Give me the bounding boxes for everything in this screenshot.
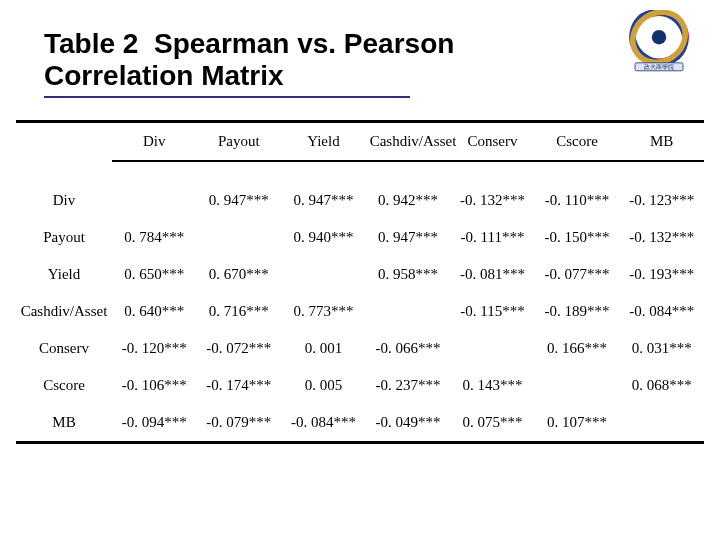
table-title: Table 2 Spearman vs. Pearson Correlation…	[44, 28, 698, 92]
cell	[535, 367, 620, 404]
table-header-row: Div Payout Yield Cashdiv/Asset Conserv C…	[16, 122, 704, 162]
cell: 0. 716***	[197, 293, 282, 330]
cell: -0. 110***	[535, 182, 620, 219]
table-row: Yield 0. 650*** 0. 670*** 0. 958*** -0. …	[16, 256, 704, 293]
cell	[281, 256, 366, 293]
cell: -0. 132***	[450, 182, 535, 219]
cell: 0. 143***	[450, 367, 535, 404]
cell: 0. 068***	[619, 367, 704, 404]
cell: -0. 193***	[619, 256, 704, 293]
logo-emblem: 政大商學院	[616, 10, 702, 74]
cell: 0. 166***	[535, 330, 620, 367]
col-header: Payout	[197, 122, 282, 162]
row-header: MB	[16, 404, 112, 443]
cell: -0. 120***	[112, 330, 197, 367]
cell	[366, 293, 451, 330]
cell: -0. 077***	[535, 256, 620, 293]
cell: -0. 150***	[535, 219, 620, 256]
title-underline	[44, 96, 410, 98]
correlation-table: Div Payout Yield Cashdiv/Asset Conserv C…	[16, 120, 704, 444]
cell: 0. 947***	[197, 182, 282, 219]
row-header: Yield	[16, 256, 112, 293]
cell: -0. 049***	[366, 404, 451, 443]
header-blank	[16, 122, 112, 162]
cell: -0. 079***	[197, 404, 282, 443]
cell: 0. 107***	[535, 404, 620, 443]
cell: -0. 189***	[535, 293, 620, 330]
cell: 0. 784***	[112, 219, 197, 256]
cell: -0. 174***	[197, 367, 282, 404]
cell: 0. 940***	[281, 219, 366, 256]
row-header: Conserv	[16, 330, 112, 367]
cell: -0. 115***	[450, 293, 535, 330]
cell: -0. 094***	[112, 404, 197, 443]
col-header: Div	[112, 122, 197, 162]
cell: 0. 942***	[366, 182, 451, 219]
cell: -0. 066***	[366, 330, 451, 367]
cell: 0. 947***	[366, 219, 451, 256]
col-header: Yield	[281, 122, 366, 162]
table-row: Cashdiv/Asset 0. 640*** 0. 716*** 0. 773…	[16, 293, 704, 330]
cell: -0. 132***	[619, 219, 704, 256]
col-header: MB	[619, 122, 704, 162]
svg-text:政大商學院: 政大商學院	[644, 63, 674, 70]
cell	[112, 182, 197, 219]
cell: -0. 106***	[112, 367, 197, 404]
cell: 0. 001	[281, 330, 366, 367]
col-header: Conserv	[450, 122, 535, 162]
table-row: Payout 0. 784*** 0. 940*** 0. 947*** -0.…	[16, 219, 704, 256]
cell: -0. 123***	[619, 182, 704, 219]
cell: -0. 237***	[366, 367, 451, 404]
cell: -0. 084***	[619, 293, 704, 330]
table-row: MB -0. 094*** -0. 079*** -0. 084*** -0. …	[16, 404, 704, 443]
row-header: Cscore	[16, 367, 112, 404]
row-header: Div	[16, 182, 112, 219]
table-row: Cscore -0. 106*** -0. 174*** 0. 005 -0. …	[16, 367, 704, 404]
cell: -0. 081***	[450, 256, 535, 293]
cell	[197, 219, 282, 256]
table-row: Div 0. 947*** 0. 947*** 0. 942*** -0. 13…	[16, 182, 704, 219]
emblem-icon: 政大商學院	[616, 10, 702, 74]
cell: -0. 111***	[450, 219, 535, 256]
cell: -0. 072***	[197, 330, 282, 367]
row-header: Payout	[16, 219, 112, 256]
row-header: Cashdiv/Asset	[16, 293, 112, 330]
cell	[450, 330, 535, 367]
cell: 0. 773***	[281, 293, 366, 330]
col-header: Cscore	[535, 122, 620, 162]
svg-point-3	[652, 30, 666, 44]
cell: 0. 005	[281, 367, 366, 404]
table-row: Conserv -0. 120*** -0. 072*** 0. 001 -0.…	[16, 330, 704, 367]
cell: 0. 958***	[366, 256, 451, 293]
cell: 0. 075***	[450, 404, 535, 443]
cell: 0. 031***	[619, 330, 704, 367]
cell: 0. 640***	[112, 293, 197, 330]
cell: 0. 650***	[112, 256, 197, 293]
table-number: Table 2	[44, 28, 138, 59]
cell: 0. 670***	[197, 256, 282, 293]
cell: 0. 947***	[281, 182, 366, 219]
cell	[619, 404, 704, 443]
cell: -0. 084***	[281, 404, 366, 443]
col-header: Cashdiv/Asset	[366, 122, 451, 162]
